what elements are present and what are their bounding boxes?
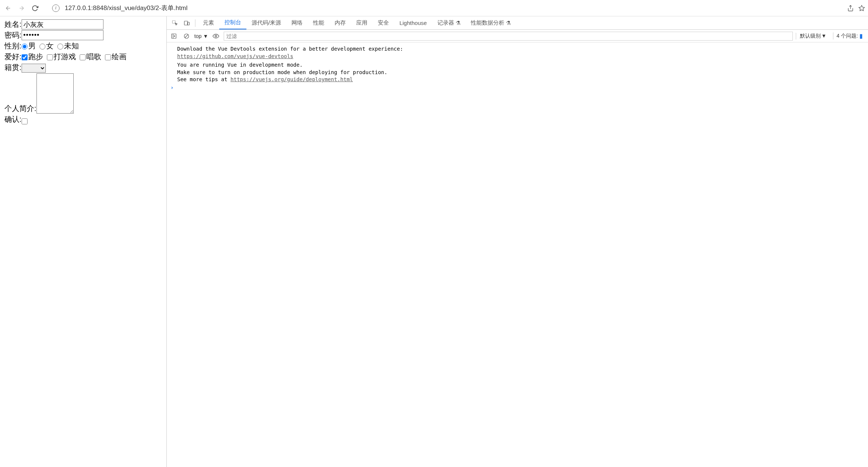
tab-security[interactable]: 安全: [373, 16, 394, 29]
bio-textarea[interactable]: [36, 73, 74, 114]
gender-male-radio[interactable]: [22, 44, 28, 50]
gender-male-label: 男: [28, 42, 36, 50]
gender-unknown-radio[interactable]: [57, 44, 63, 50]
tab-recorder[interactable]: 记录器⚗: [432, 16, 466, 29]
gender-unknown-label: 未知: [64, 42, 79, 50]
origin-label: 籍贯:: [4, 63, 22, 73]
issues-count[interactable]: 4 个问题: ▮: [833, 32, 866, 39]
context-selector[interactable]: top ▼: [194, 33, 208, 39]
hobby-game-label: 打游戏: [54, 53, 76, 61]
gender-female-radio[interactable]: [39, 44, 45, 50]
issue-icon: ▮: [859, 32, 863, 39]
console-link[interactable]: https://github.com/vuejs/vue-devtools: [177, 53, 293, 59]
console-link[interactable]: https://vuejs.org/guide/deployment.html: [230, 76, 353, 82]
devtools-tabs: 元素 控制台 源代码/来源 网络 性能 内存 应用 安全 Lighthouse …: [167, 16, 868, 30]
log-level-selector[interactable]: 默认级别▼: [796, 33, 830, 39]
tab-lighthouse[interactable]: Lighthouse: [394, 16, 432, 29]
flask-icon: ⚗: [456, 20, 460, 26]
hobby-run-checkbox[interactable]: [22, 54, 28, 60]
tab-perf-insights[interactable]: 性能数据分析⚗: [466, 16, 516, 29]
tab-console[interactable]: 控制台: [219, 16, 246, 29]
svg-point-9: [215, 35, 217, 37]
gender-female-label: 女: [46, 42, 54, 50]
live-expression-icon[interactable]: [211, 31, 221, 41]
svg-marker-1: [859, 5, 865, 10]
share-icon[interactable]: [847, 5, 854, 12]
forward-button[interactable]: [16, 3, 27, 13]
hobby-run-label: 跑步: [28, 53, 43, 61]
name-label: 姓名:: [4, 19, 22, 29]
tab-sources[interactable]: 源代码/来源: [246, 16, 286, 29]
hobby-sing-checkbox[interactable]: [80, 54, 86, 60]
filter-input[interactable]: [224, 32, 792, 41]
flask-icon: ⚗: [506, 20, 511, 26]
gender-label: 性别:: [4, 41, 22, 51]
page-content: 姓名: 密码: 性别: 男 女 未知 爱好: 跑步 打游戏 唱歌 绘画 籍贯: …: [0, 16, 167, 467]
tab-network[interactable]: 网络: [286, 16, 308, 29]
password-label: 密码:: [4, 30, 22, 40]
hobby-game-checkbox[interactable]: [47, 54, 53, 60]
hobby-sing-label: 唱歌: [86, 53, 101, 61]
confirm-label: 确认:: [4, 114, 22, 124]
browser-toolbar: i 127.0.0.1:8848/xissl_vue/day03/2-表单.ht…: [0, 0, 868, 16]
chevron-down-icon: ▼: [821, 33, 827, 39]
svg-rect-3: [184, 21, 188, 25]
reload-button[interactable]: [30, 3, 40, 13]
tab-application[interactable]: 应用: [351, 16, 373, 29]
chevron-down-icon: ▼: [203, 33, 208, 39]
url-bar[interactable]: 127.0.0.1:8848/xissl_vue/day03/2-表单.html: [63, 4, 844, 12]
tab-elements[interactable]: 元素: [198, 16, 219, 29]
hobby-paint-checkbox[interactable]: [105, 54, 111, 60]
console-toolbar: top ▼ 默认级别▼ 4 个问题: ▮: [167, 30, 868, 42]
toggle-sidebar-icon[interactable]: [169, 31, 179, 41]
clear-console-icon[interactable]: [182, 31, 191, 41]
console-message: You are running Vue in development mode.…: [167, 61, 868, 84]
tab-performance[interactable]: 性能: [308, 16, 329, 29]
svg-rect-5: [172, 34, 176, 38]
svg-line-8: [185, 35, 188, 38]
confirm-checkbox[interactable]: [22, 118, 28, 124]
bio-label: 个人简介:: [4, 104, 36, 114]
password-input[interactable]: [22, 30, 103, 40]
origin-select[interactable]: [22, 64, 46, 73]
site-info-icon[interactable]: i: [52, 4, 60, 12]
console-prompt[interactable]: ›: [167, 84, 868, 92]
devtools-panel: 元素 控制台 源代码/来源 网络 性能 内存 应用 安全 Lighthouse …: [167, 16, 868, 467]
bookmark-icon[interactable]: [858, 5, 865, 12]
back-button[interactable]: [3, 3, 13, 13]
name-input[interactable]: [22, 19, 103, 29]
console-output: Download the Vue Devtools extension for …: [167, 42, 868, 467]
console-message: Download the Vue Devtools extension for …: [167, 45, 868, 61]
inspect-icon[interactable]: [169, 17, 181, 29]
hobby-paint-label: 绘画: [112, 53, 127, 61]
hobby-label: 爱好:: [4, 52, 22, 62]
device-toggle-icon[interactable]: [181, 17, 193, 29]
tab-memory[interactable]: 内存: [329, 16, 351, 29]
